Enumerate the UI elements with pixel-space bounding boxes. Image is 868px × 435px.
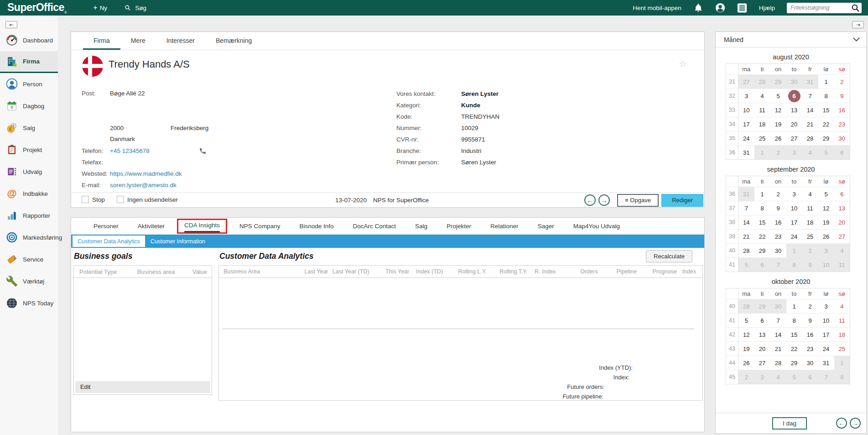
calendar-day[interactable]: 4 (834, 299, 850, 314)
calendar-day[interactable]: 12 (818, 201, 834, 215)
calendar-day[interactable]: 31 (802, 75, 818, 89)
profile-icon[interactable] (715, 3, 725, 13)
calendar-day[interactable]: 21 (738, 230, 754, 244)
calendar-day[interactable]: 25 (754, 131, 770, 146)
calendar-day[interactable]: 4 (834, 244, 850, 258)
calendar-day[interactable]: 16 (834, 103, 850, 117)
calendar-day[interactable]: 10 (786, 201, 802, 215)
calendar-day[interactable]: 8 (834, 370, 850, 384)
sidebar-item-person[interactable]: Person (0, 73, 58, 95)
new-button[interactable]: +Ny (93, 4, 107, 12)
calendar-day[interactable]: 8 (786, 258, 802, 272)
calendar-day[interactable]: 1 (754, 187, 770, 201)
calendar-day[interactable]: 3 (754, 370, 770, 384)
company-tab-firma[interactable]: Firma (83, 32, 120, 50)
calendar-day[interactable]: 2 (738, 370, 754, 384)
sidebar-item-markedsføring[interactable]: Markedsføring (0, 226, 58, 248)
calendar-day[interactable]: 20 (754, 342, 770, 356)
calendar-day[interactable]: 3 (818, 244, 834, 258)
sidebar-item-dagbog[interactable]: 6Dagbog (0, 95, 58, 117)
sidebar-item-værktøj[interactable]: Værktøj (0, 270, 58, 292)
phone-link[interactable]: +45 12345678 (110, 147, 150, 154)
calendar-day[interactable]: 7 (802, 89, 818, 103)
calendar-day[interactable]: 17 (818, 328, 834, 342)
calendar-day[interactable]: 22 (818, 117, 834, 131)
calendar-day[interactable]: 2 (802, 244, 818, 258)
calendar-day[interactable]: 21 (802, 117, 818, 131)
calendar-day[interactable]: 6 (834, 187, 850, 201)
subtab-customer-information[interactable]: Customer Information (146, 236, 210, 247)
calendar-day[interactable]: 6 (754, 314, 770, 328)
calendar-day[interactable]: 5 (738, 258, 754, 272)
calendar-day[interactable]: 11 (802, 201, 818, 215)
calendar-day[interactable]: 29 (818, 131, 834, 146)
company-tab-mere[interactable]: Mere (120, 32, 156, 50)
calendar-day[interactable]: 12 (770, 103, 786, 117)
calendar-day[interactable]: 2 (770, 146, 786, 160)
calendar-day[interactable]: 16 (770, 215, 786, 230)
calendar-day[interactable]: 3 (738, 89, 754, 103)
calendar-day[interactable]: 28 (738, 244, 754, 258)
calendar-day[interactable]: 25 (802, 230, 818, 244)
sidebar-item-firma[interactable]: Firma (0, 51, 58, 73)
calendar-day[interactable]: 17 (738, 117, 754, 131)
search-menu-button[interactable]: Søg (123, 3, 146, 13)
freetext-search-icon[interactable] (851, 4, 860, 14)
calendar-day[interactable]: 6 (754, 258, 770, 272)
previous-month-button[interactable]: ← (836, 418, 847, 429)
calendar-panel-header[interactable]: Måned (716, 32, 866, 47)
subtab-customer-data-analytics[interactable]: Customer Data Analytics (73, 236, 145, 247)
detail-tab-bisnode-info[interactable]: Bisnode Info (290, 218, 343, 235)
calendar-day[interactable]: 5 (738, 314, 754, 328)
previous-company-button[interactable]: ← (584, 194, 596, 206)
calendar-day[interactable]: 27 (786, 131, 802, 146)
calendar-day[interactable]: 30 (786, 75, 802, 89)
detail-tab-personer[interactable]: Personer (84, 218, 128, 235)
stop-checkbox[interactable] (82, 196, 89, 203)
calendar-day[interactable]: 24 (786, 230, 802, 244)
calendar-day[interactable]: 5 (786, 370, 802, 384)
calendar-day[interactable]: 5 (818, 146, 834, 160)
calendar-day[interactable]: 29 (754, 299, 770, 314)
calendar-day[interactable]: 6 (834, 146, 850, 160)
calendar-day[interactable]: 27 (738, 75, 754, 89)
next-month-button[interactable]: → (850, 418, 861, 429)
calendar-day[interactable]: 7 (818, 370, 834, 384)
collapse-sidebar-icon[interactable]: ⇤ (5, 21, 17, 28)
calendar-day[interactable]: 19 (818, 215, 834, 230)
calendar-day[interactable]: 6 (786, 89, 802, 103)
calendar-day[interactable]: 1 (834, 356, 850, 370)
detail-tab-sager[interactable]: Sager (528, 218, 564, 235)
calendar-day[interactable]: 27 (754, 356, 770, 370)
freetext-search-input[interactable] (787, 3, 862, 13)
calendar-day[interactable]: 1 (786, 244, 802, 258)
edit-company-button[interactable]: Rediger (661, 194, 703, 207)
calendar-day[interactable]: 31 (738, 187, 754, 201)
sidebar-item-indbakke[interactable]: @Indbakke (0, 183, 58, 204)
sidebar-item-service[interactable]: Service (0, 248, 58, 270)
calendar-day[interactable]: 5 (770, 89, 786, 103)
calendar-day[interactable]: 1 (818, 75, 834, 89)
sidebar-item-rapporter[interactable]: Rapporter (0, 204, 58, 226)
calendar-day[interactable]: 17 (786, 215, 802, 230)
sidebar-item-projekt[interactable]: Projekt (0, 139, 58, 161)
calendar-day[interactable]: 13 (834, 201, 850, 215)
calendar-day[interactable]: 4 (802, 146, 818, 160)
calendar-day[interactable]: 15 (754, 215, 770, 230)
website-link[interactable]: https://www.madmedfie.dk (110, 170, 182, 177)
calendar-day[interactable]: 26 (738, 356, 754, 370)
detail-tab-salg[interactable]: Salg (405, 218, 437, 235)
sidebar-item-nps-today[interactable]: NPS Today (0, 292, 58, 314)
calendar-day[interactable]: 13 (754, 328, 770, 342)
calendar-day[interactable]: 28 (738, 299, 754, 314)
edit-business-goals-button[interactable]: Edit (75, 381, 210, 393)
calendar-day[interactable]: 1 (754, 146, 770, 160)
calendar-day[interactable]: 19 (770, 117, 786, 131)
calendar-day[interactable]: 25 (834, 342, 850, 356)
calendar-day[interactable]: 24 (818, 342, 834, 356)
calendar-day[interactable]: 18 (802, 215, 818, 230)
calendar-day[interactable]: 28 (770, 356, 786, 370)
calendar-day[interactable]: 16 (802, 328, 818, 342)
calendar-day[interactable]: 15 (786, 328, 802, 342)
calendar-day[interactable]: 30 (770, 244, 786, 258)
